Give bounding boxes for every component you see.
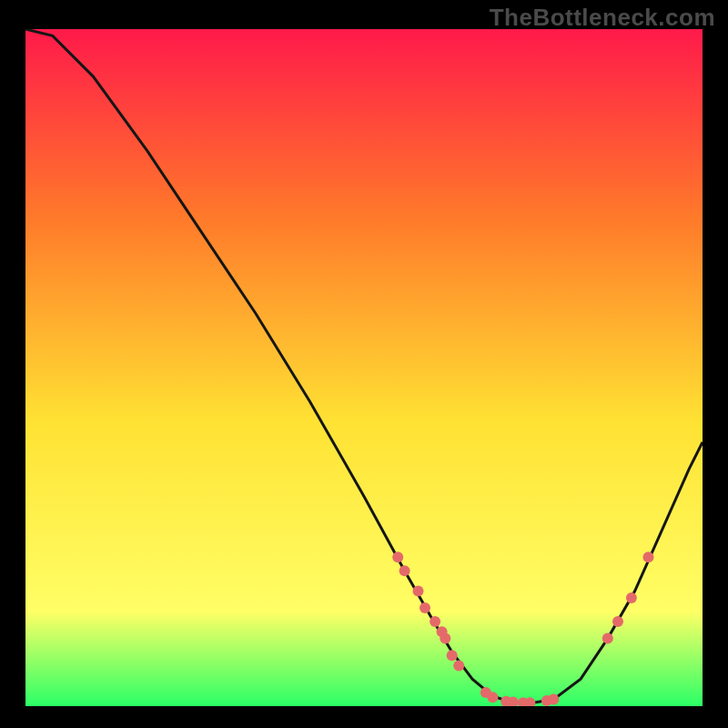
gradient-background <box>25 29 703 706</box>
data-dot <box>612 616 623 627</box>
data-dot <box>413 586 424 597</box>
watermark-text: TheBottleneck.com <box>490 4 715 32</box>
data-dot <box>548 694 559 705</box>
data-dot <box>420 602 430 613</box>
data-dot <box>602 633 613 644</box>
data-dot <box>399 565 410 576</box>
data-dot <box>487 692 498 703</box>
data-dot <box>626 592 637 603</box>
data-dot <box>392 551 403 562</box>
chart-frame: TheBottleneck.com <box>0 0 728 728</box>
plot-svg <box>25 29 703 706</box>
data-dot <box>430 616 440 627</box>
plot-area <box>25 29 703 706</box>
data-dot <box>447 650 458 661</box>
data-dot <box>440 633 450 644</box>
data-dot <box>453 660 464 671</box>
data-dot <box>643 551 654 562</box>
